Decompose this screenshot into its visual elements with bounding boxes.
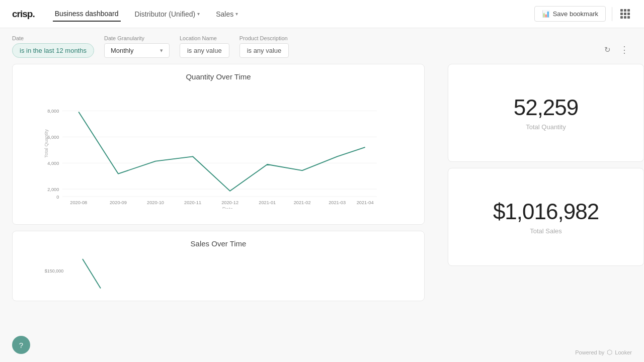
total-sales-label: Total Sales	[530, 227, 562, 235]
product-filter-label: Product Description	[239, 35, 289, 41]
total-sales-card: $1,016,982 Total Sales	[448, 168, 644, 266]
date-filter-group: Date is in the last 12 months	[12, 35, 94, 58]
svg-text:2021-03: 2021-03	[329, 200, 346, 205]
looker-icon: ⬡	[607, 348, 612, 356]
svg-text:Date: Date	[222, 207, 233, 209]
nav-item-distributor[interactable]: Distributor (Unified) ▾	[133, 7, 202, 21]
svg-text:$150,000: $150,000	[45, 268, 64, 274]
chevron-down-icon: ▾	[160, 47, 163, 54]
logo[interactable]: crisp.	[12, 9, 35, 20]
svg-text:2020-11: 2020-11	[184, 200, 201, 205]
header-right: 📊 Save bookmark	[534, 6, 632, 22]
svg-text:8,000: 8,000	[47, 109, 59, 114]
bookmark-icon: 📊	[542, 10, 550, 18]
main-content: Quantity Over Time 8,000 6,000 4,000 2,0…	[0, 64, 644, 359]
granularity-filter-label: Date Granularity	[104, 35, 170, 41]
chevron-down-icon: ▾	[235, 11, 238, 17]
svg-text:2021-01: 2021-01	[259, 200, 276, 205]
date-filter-pill[interactable]: is in the last 12 months	[12, 43, 94, 58]
help-button[interactable]: ?	[12, 336, 30, 354]
svg-text:2,000: 2,000	[47, 187, 59, 192]
looker-label: Looker	[615, 349, 632, 355]
location-filter-group: Location Name is any value	[180, 35, 229, 58]
divider-vertical	[612, 7, 612, 21]
svg-text:2021-04: 2021-04	[357, 200, 374, 205]
sales-chart-card: Sales Over Time $150,000	[12, 231, 425, 301]
header: crisp. Business dashboard Distributor (U…	[0, 0, 644, 28]
nav-item-sales[interactable]: Sales ▾	[214, 7, 240, 21]
total-quantity-label: Total Quantity	[526, 123, 566, 131]
total-quantity-value: 52,259	[514, 95, 579, 120]
quantity-chart-title: Quantity Over Time	[21, 72, 416, 81]
svg-text:2020-12: 2020-12	[221, 200, 238, 205]
svg-text:2020-08: 2020-08	[70, 200, 87, 205]
product-filter-pill[interactable]: is any value	[239, 43, 289, 58]
quantity-chart-svg: 8,000 6,000 4,000 2,000 0 Total Quantity…	[21, 83, 416, 209]
product-filter-group: Product Description is any value	[239, 35, 289, 58]
save-bookmark-button[interactable]: 📊 Save bookmark	[534, 6, 606, 22]
svg-text:2020-10: 2020-10	[147, 200, 164, 205]
logo-text: crisp.	[12, 9, 35, 19]
quantity-chart-card: Quantity Over Time 8,000 6,000 4,000 2,0…	[12, 64, 425, 225]
filters-bar: Date is in the last 12 months Date Granu…	[0, 28, 644, 64]
svg-text:6,000: 6,000	[47, 135, 59, 140]
granularity-filter-group: Date Granularity Monthly ▾	[104, 35, 170, 58]
nav-item-business-dashboard[interactable]: Business dashboard	[53, 7, 121, 22]
more-options-button[interactable]: ⋮	[617, 42, 632, 58]
apps-grid-icon[interactable]	[618, 7, 632, 21]
svg-text:4,000: 4,000	[47, 161, 59, 166]
total-sales-value: $1,016,982	[493, 199, 599, 224]
sales-chart-title: Sales Over Time	[21, 239, 416, 248]
chevron-down-icon: ▾	[197, 11, 200, 17]
footer: Powered by ⬡ Looker	[575, 348, 632, 356]
refresh-button[interactable]: ↻	[602, 43, 613, 57]
powered-by-text: Powered by	[575, 349, 604, 355]
svg-text:2021-02: 2021-02	[294, 200, 311, 205]
date-filter-label: Date	[12, 35, 94, 41]
svg-text:0: 0	[56, 195, 59, 200]
location-filter-pill[interactable]: is any value	[180, 43, 229, 58]
svg-text:Total Quantity: Total Quantity	[44, 129, 49, 158]
filter-actions: ↻ ⋮	[602, 42, 632, 58]
sales-chart-svg: $150,000	[21, 250, 416, 295]
granularity-filter-select[interactable]: Monthly ▾	[104, 43, 170, 58]
location-filter-label: Location Name	[180, 35, 229, 41]
total-quantity-card: 52,259 Total Quantity	[448, 64, 644, 162]
svg-text:2020-09: 2020-09	[110, 200, 127, 205]
main-nav: Business dashboard Distributor (Unified)…	[53, 7, 534, 22]
